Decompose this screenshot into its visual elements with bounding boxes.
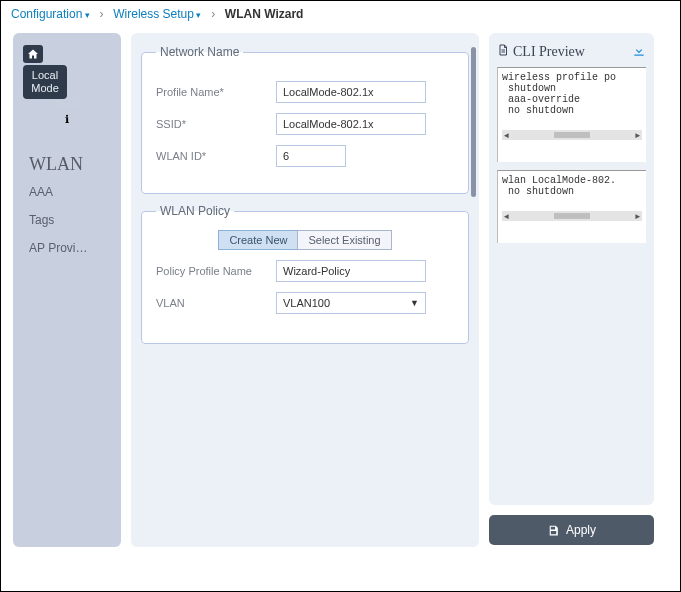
breadcrumb-separator: › (208, 7, 219, 21)
sidebar-mode-line2: Mode (29, 82, 61, 95)
scrollbar-thumb[interactable] (471, 47, 476, 197)
select-existing-button[interactable]: Select Existing (297, 230, 391, 250)
sidebar-item-aaa[interactable]: AAA (13, 175, 121, 203)
cli-block-1-hscroll[interactable]: ◄► (502, 130, 642, 140)
vlan-select[interactable]: VLAN100 ▼ (276, 292, 426, 314)
cli-preview-title-text: CLI Preview (513, 44, 585, 60)
scroll-right-icon[interactable]: ► (635, 131, 640, 140)
network-name-legend: Network Name (156, 45, 243, 59)
wlan-id-label: WLAN ID* (156, 150, 276, 162)
scroll-left-icon[interactable]: ◄ (504, 212, 509, 221)
breadcrumb-configuration[interactable]: Configuration (11, 7, 82, 21)
profile-name-input[interactable] (276, 81, 426, 103)
ssid-input[interactable] (276, 113, 426, 135)
scroll-bar[interactable] (554, 132, 590, 138)
cli-preview-panel: CLI Preview wireless profile po shutdown… (489, 33, 654, 505)
wlan-policy-legend: WLAN Policy (156, 204, 234, 218)
breadcrumb-separator: › (96, 7, 107, 21)
sidebar-item-ap-provisioning[interactable]: AP Provi… (13, 231, 121, 259)
chevron-down-icon: ▼ (410, 298, 419, 308)
apply-button-label: Apply (566, 523, 596, 537)
wlan-policy-box: WLAN Policy Create New Select Existing P… (141, 204, 469, 344)
breadcrumb-current: WLAN Wizard (225, 7, 304, 21)
scroll-left-icon[interactable]: ◄ (504, 131, 509, 140)
cli-preview-title: CLI Preview (497, 43, 585, 61)
sidebar-mode-sub: Dotix (13, 100, 121, 111)
cli-block-1-text: wireless profile po shutdown aaa-overrid… (502, 72, 616, 116)
network-name-box: Network Name Profile Name* SSID* WLAN ID… (141, 45, 469, 194)
scroll-right-icon[interactable]: ► (635, 212, 640, 221)
policy-toggle: Create New Select Existing (156, 230, 454, 250)
vlan-label: VLAN (156, 297, 276, 309)
dropdown-caret-icon[interactable]: ▾ (82, 10, 90, 20)
main-panel: Network Name Profile Name* SSID* WLAN ID… (131, 33, 479, 547)
cli-block-1: wireless profile po shutdown aaa-overrid… (497, 67, 646, 162)
save-icon (547, 524, 560, 537)
sidebar-title-wlan[interactable]: WLAN (13, 154, 121, 175)
info-icon[interactable]: ℹ (13, 113, 121, 126)
cli-block-2-hscroll[interactable]: ◄► (502, 211, 642, 221)
policy-profile-name-input[interactable] (276, 260, 426, 282)
apply-button[interactable]: Apply (489, 515, 654, 545)
breadcrumb-wireless-setup[interactable]: Wireless Setup (113, 7, 194, 21)
vlan-select-value: VLAN100 (283, 297, 330, 309)
sidebar: Local Mode Dotix ℹ WLAN AAA Tags AP Prov… (13, 33, 121, 547)
sidebar-mode-line1: Local (29, 69, 61, 82)
download-icon[interactable] (632, 44, 646, 61)
cli-block-2: wlan LocalMode-802. no shutdown ◄► (497, 170, 646, 243)
ssid-label: SSID* (156, 118, 276, 130)
sidebar-item-tags[interactable]: Tags (13, 203, 121, 231)
document-icon (497, 43, 509, 61)
scroll-bar[interactable] (554, 213, 590, 219)
breadcrumb: Configuration ▾ › Wireless Setup ▾ › WLA… (1, 1, 680, 27)
policy-profile-name-label: Policy Profile Name (156, 265, 276, 277)
home-icon[interactable] (23, 45, 43, 63)
profile-name-label: Profile Name* (156, 86, 276, 98)
dropdown-caret-icon[interactable]: ▾ (194, 10, 202, 20)
wlan-id-input[interactable] (276, 145, 346, 167)
sidebar-mode-badge[interactable]: Local Mode (23, 65, 67, 99)
cli-block-2-text: wlan LocalMode-802. no shutdown (502, 175, 616, 197)
create-new-button[interactable]: Create New (218, 230, 297, 250)
